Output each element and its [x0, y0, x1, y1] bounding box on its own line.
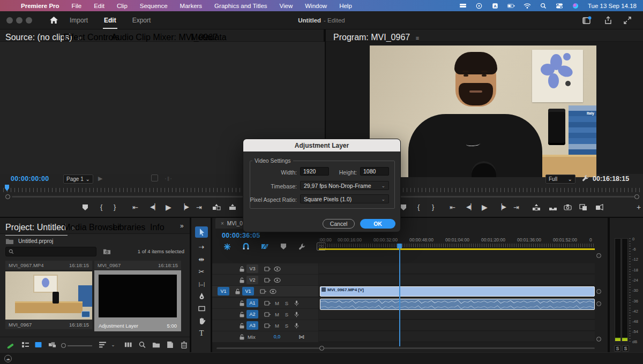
new-item-icon[interactable]	[165, 340, 175, 349]
automate-to-sequence-icon[interactable]	[123, 340, 133, 349]
zoom-window-button[interactable]	[26, 17, 32, 24]
play-button[interactable]: ▶	[166, 203, 171, 211]
source-track-badge[interactable]: V1	[218, 287, 229, 295]
video-clip[interactable]: MVI_0967.MP4 [V]	[320, 286, 595, 297]
solo-button[interactable]: S	[282, 300, 291, 306]
input-source-icon[interactable]: A	[491, 3, 499, 9]
tab-media-browser[interactable]: Media Browser	[63, 223, 121, 232]
page-selector-dropdown[interactable]: Page 1 ⌄	[63, 175, 93, 184]
track-lane-mix[interactable]	[319, 331, 595, 342]
control-center-icon[interactable]	[556, 3, 564, 9]
dialog-titlebar[interactable]: Adjustment Layer	[243, 139, 400, 151]
find-icon[interactable]	[137, 340, 147, 349]
comparison-view-icon[interactable]	[579, 204, 587, 213]
solo-right-button[interactable]: S	[622, 345, 629, 352]
clip-thumbnail[interactable]	[5, 271, 92, 320]
program-duration-timecode[interactable]: 00:16:18:15	[593, 175, 629, 183]
mark-in-icon[interactable]: {	[417, 203, 420, 211]
mix-level-value[interactable]: 0,0	[274, 334, 281, 339]
menu-view[interactable]: View	[280, 3, 293, 9]
voiceover-mic-icon[interactable]	[291, 312, 301, 317]
trash-icon[interactable]	[179, 340, 189, 349]
go-to-in-icon[interactable]: ⇤	[450, 203, 455, 211]
timeline-vscroll-knob-mid2[interactable]	[596, 301, 601, 306]
lift-icon[interactable]	[532, 204, 541, 213]
more-tabs-chevron-icon[interactable]: »	[180, 222, 184, 230]
solo-button[interactable]: S	[282, 323, 291, 329]
sort-icon[interactable]	[98, 340, 107, 349]
chevron-down-icon[interactable]: ⌄	[108, 340, 118, 349]
home-icon[interactable]	[49, 16, 58, 26]
playhead-line[interactable]	[399, 245, 400, 346]
mark-out-icon[interactable]: }	[114, 203, 116, 211]
mute-button[interactable]: M	[272, 312, 282, 317]
timeline-playhead-timecode[interactable]: 00:00:36:05	[222, 232, 260, 239]
work-area-bar[interactable]	[319, 248, 595, 250]
menu-premiere-pro[interactable]: Premiere Pro	[21, 3, 59, 9]
track-lane-a3[interactable]	[319, 320, 595, 331]
lock-icon[interactable]	[237, 277, 246, 283]
lock-icon[interactable]	[233, 289, 242, 294]
source-patch-icon[interactable]	[263, 300, 272, 306]
audio-clip[interactable]	[320, 299, 595, 310]
timeline-hscroll-knob[interactable]	[319, 346, 324, 351]
workspaces-icon[interactable]	[582, 16, 592, 25]
mute-button[interactable]: M	[272, 323, 282, 329]
tab-libraries[interactable]: Libraries	[113, 223, 145, 232]
tab-program[interactable]: Program: MVI_0967 ≡	[333, 33, 419, 42]
icon-view-icon[interactable]	[33, 340, 43, 349]
slip-tool[interactable]: |↔|	[195, 278, 208, 290]
keyboard-icon[interactable]	[459, 3, 467, 9]
creative-cloud-icon[interactable]: ☁	[4, 355, 12, 362]
source-scrollbar-knob[interactable]	[5, 194, 10, 199]
mark-in-icon[interactable]: {	[100, 203, 102, 211]
source-patch-icon[interactable]	[263, 312, 272, 317]
track-badge[interactable]: V3	[246, 264, 258, 273]
voiceover-mic-icon[interactable]	[291, 300, 301, 306]
tab-import[interactable]: Import	[70, 17, 88, 24]
source-compare-icon[interactable]: ᛫‖᛫	[164, 176, 173, 182]
add-marker-icon[interactable]	[401, 204, 406, 210]
rectangle-tool[interactable]	[195, 303, 208, 314]
adjustment-layer-item-selected[interactable]: Adjustment Layer 5:00	[94, 270, 181, 331]
siri-icon[interactable]	[572, 3, 580, 9]
mark-out-icon[interactable]: }	[432, 203, 434, 211]
menu-edit[interactable]: Edit	[94, 3, 104, 9]
track-select-forward-tool[interactable]: ⇢	[195, 241, 208, 253]
timebase-dropdown[interactable]: 29,97 fps Non-Drop-Frame ⌄	[300, 181, 389, 190]
list-item[interactable]: MVI_0967 16:18:15	[5, 320, 92, 329]
nest-sequences-icon[interactable]	[223, 242, 231, 251]
mute-button[interactable]: M	[272, 300, 282, 306]
new-bin-folder-icon[interactable]	[151, 340, 161, 349]
timeline-vscroll-knob-mid[interactable]	[596, 289, 601, 294]
cancel-button[interactable]: Cancel	[323, 219, 355, 229]
close-window-button[interactable]	[6, 17, 13, 24]
track-lane-a2[interactable]	[319, 309, 595, 320]
menu-graphics-titles[interactable]: Graphics and Titles	[214, 3, 267, 9]
export-frame-camera-icon[interactable]	[564, 204, 572, 212]
ok-button[interactable]: OK	[360, 219, 395, 229]
step-back-icon[interactable]: ◀▏	[466, 203, 475, 210]
program-video-frame[interactable]: Italy	[370, 46, 596, 177]
menu-help[interactable]: Help	[339, 3, 352, 9]
timeline-vscroll-knob-top[interactable]	[596, 253, 601, 258]
close-icon[interactable]: ×	[221, 221, 224, 226]
selection-tool[interactable]	[195, 226, 208, 238]
list-item[interactable]: MVI_0967.MP4 16:18:15	[5, 261, 92, 270]
ripple-edit-tool[interactable]: ⇹	[195, 254, 208, 265]
minimize-window-button[interactable]	[16, 17, 23, 24]
lock-icon[interactable]	[237, 300, 246, 306]
tab-metadata[interactable]: Metadata	[191, 33, 227, 42]
source-patch-icon[interactable]	[263, 323, 272, 329]
menu-window[interactable]: Window	[305, 3, 327, 9]
button-editor-plus-icon[interactable]: +	[637, 203, 641, 211]
toggle-track-output-eye-icon[interactable]	[268, 289, 278, 294]
source-settings-icon[interactable]	[151, 175, 158, 181]
solo-button[interactable]: S	[282, 312, 291, 317]
extract-icon[interactable]	[549, 204, 557, 213]
source-patch-icon[interactable]	[263, 277, 272, 283]
track-lane-v2[interactable]	[319, 275, 595, 285]
battery-icon[interactable]	[507, 3, 515, 9]
go-to-out-icon[interactable]: ⇥	[196, 203, 202, 211]
type-tool[interactable]: T	[195, 328, 208, 339]
